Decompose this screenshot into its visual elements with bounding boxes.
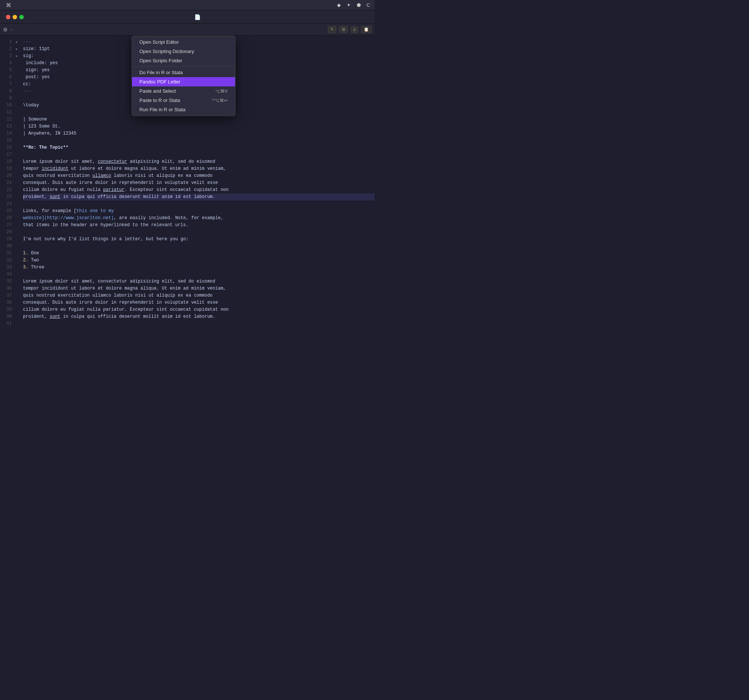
menu-item-pandoc-pdf-letter[interactable]: Pandoc PDF Letter xyxy=(132,77,235,86)
table-row: Links, for example [this one to my xyxy=(23,208,374,215)
line-number: 22 xyxy=(0,186,12,194)
star-icon[interactable]: ✦ xyxy=(345,2,352,9)
code-token: quis nostrud exercitation ullamco labori… xyxy=(23,293,212,298)
menubar-help[interactable] xyxy=(90,5,96,6)
table-row: | 123 Some St. xyxy=(23,123,374,130)
editor: 1234567891011121314151617181920212223242… xyxy=(0,35,374,350)
table-row: **Re: The Topic** xyxy=(23,144,374,151)
code-token: cc: xyxy=(23,82,31,87)
line-number: 18 xyxy=(0,158,12,165)
code-token: Three xyxy=(31,265,44,270)
menu-item-label: Pandoc PDF Letter xyxy=(139,79,180,84)
line-number: 38 xyxy=(0,299,12,306)
diamond-icon[interactable]: ◆ xyxy=(336,2,342,9)
table-row: Lorem ipsum dolor sit amet, consectetur … xyxy=(23,278,374,285)
apple-menu[interactable]: ⌘ xyxy=(3,2,14,8)
menu-item-label: Do File in R or Stata xyxy=(139,70,183,75)
code-token: Links, for example [ xyxy=(23,208,76,214)
menubar-window[interactable] xyxy=(75,5,81,6)
table-row: consequat. Duis aute irure dolor in repr… xyxy=(23,299,374,306)
line-number: 3 xyxy=(0,53,12,60)
menu-item-label: Open Scripting Dictionary xyxy=(139,49,194,54)
table-row: that items in the header are hyperlinked… xyxy=(23,222,374,229)
menu-item-label: Open Scripts Folder xyxy=(139,58,182,63)
close-button[interactable] xyxy=(6,15,11,19)
line-number: 27 xyxy=(0,222,12,229)
code-token: consequat. Duis aute irure dolor in repr… xyxy=(23,180,218,185)
code-token: proident, xyxy=(23,314,50,319)
code-token: incididunt xyxy=(41,166,68,171)
menubar-view[interactable] xyxy=(45,5,51,6)
menu-item-paste-to-r-or-stata[interactable]: Paste to R or Stata^⌥⌘↩ xyxy=(132,96,235,105)
menu-item-open-scripts-folder[interactable]: Open Scripts Folder xyxy=(132,56,235,65)
table-row: proident, sunt in culpa qui officia dese… xyxy=(23,194,374,200)
table-row xyxy=(23,243,374,250)
line-number: 35 xyxy=(0,278,12,285)
table-row: tempor incididunt ut labore et dolore ma… xyxy=(23,285,374,292)
menu-item-label: Paste to R or Stata xyxy=(139,98,180,103)
chevron-icon: › xyxy=(11,27,12,32)
settings-icon[interactable]: ⚙ xyxy=(3,27,8,33)
code-token: tempor xyxy=(23,166,41,171)
code-token: include: yes xyxy=(23,60,58,66)
shape-icon[interactable]: ⬟ xyxy=(355,2,362,9)
hash-icon[interactable]: # xyxy=(351,26,358,33)
code-token: | Someone xyxy=(23,117,47,122)
table-row: 1. One xyxy=(23,250,374,257)
maximize-button[interactable] xyxy=(19,15,24,19)
doc-icon[interactable]: 📋 xyxy=(361,26,371,33)
code-token: Lorem ipsum dolor sit amet, consectetur … xyxy=(23,279,215,284)
table-row: 3. Three xyxy=(23,264,374,271)
fold-indicator[interactable]: ▾ xyxy=(15,46,21,53)
code-token: in culpa qui officia deserunt mollit ani… xyxy=(60,194,216,199)
line-number: 30 xyxy=(0,243,12,250)
code-token: **Re: The Topic** xyxy=(23,145,68,150)
code-token: I'm not sure why I'd list things in a le… xyxy=(23,237,188,242)
menubar-file[interactable] xyxy=(23,5,29,6)
code-token: --- xyxy=(23,89,31,94)
table-row: cillum dolore eu fugiat nulla pariatur. … xyxy=(23,186,374,194)
line-number: 5 xyxy=(0,67,12,74)
menu-item-label: Paste and Select xyxy=(139,88,176,94)
line-number: 20 xyxy=(0,173,12,179)
line-number: 25 xyxy=(0,208,12,215)
code-token: cillum dolore eu fugiat nulla pariatur. … xyxy=(23,307,229,312)
titlebar-filename: 📄 xyxy=(28,14,368,20)
code-token: 3. xyxy=(23,265,31,270)
table-row xyxy=(23,137,374,144)
fold-indicator[interactable]: ▾ xyxy=(15,38,21,46)
line-number: 29 xyxy=(0,236,12,243)
line-number: 7 xyxy=(0,81,12,88)
fold-indicator[interactable]: ▾ xyxy=(15,53,21,60)
code-token: this one to my xyxy=(76,208,114,214)
menu-item-do-file-in-r-or-stata[interactable]: Do File in R or Stata xyxy=(132,68,235,77)
table-row xyxy=(23,271,374,278)
menubar-go[interactable] xyxy=(60,5,66,6)
menubar-edit[interactable] xyxy=(31,5,36,6)
line-number: 14 xyxy=(0,130,12,137)
menu-item-run-file-in-r-or-stata[interactable]: Run File in R or Stata xyxy=(132,105,235,114)
menu-item-open-script-editor[interactable]: Open Script Editor xyxy=(132,37,235,47)
c-icon[interactable]: C xyxy=(365,2,371,9)
menubar-bbedit[interactable] xyxy=(15,5,21,6)
code-token: . Excepteur sint occaecat cupidatat non xyxy=(125,187,229,193)
code-token: | Anywhere, IN 12345 xyxy=(23,131,76,136)
line-number: 13 xyxy=(0,123,12,130)
table-row: website](http://www.jscarlton.net), are … xyxy=(23,215,374,222)
minimize-button[interactable] xyxy=(12,15,17,19)
code-token: post: yes xyxy=(23,75,50,80)
line-number: 21 xyxy=(0,179,12,186)
menu-item-paste-and-select[interactable]: Paste and Select⌥⌘V xyxy=(132,86,235,96)
menu-item-open-scripting-dictionary[interactable]: Open Scripting Dictionary xyxy=(132,47,235,56)
line-number: 8 xyxy=(0,88,12,95)
menu-item-label: Run File in R or Stata xyxy=(139,107,185,112)
grid-icon[interactable]: ⊞ xyxy=(339,26,348,33)
code-token: adipisicing elit, sed do eiusmod xyxy=(127,159,216,164)
menubar-markup[interactable] xyxy=(67,5,73,6)
menubar-hash[interactable] xyxy=(82,5,88,6)
pencil-icon[interactable]: ✎ xyxy=(328,26,336,33)
menubar-search[interactable] xyxy=(53,5,58,6)
line-number: 40 xyxy=(0,313,12,320)
menubar-text[interactable] xyxy=(38,5,44,6)
code-token: tempor incididunt ut labore et dolore ma… xyxy=(23,286,226,291)
